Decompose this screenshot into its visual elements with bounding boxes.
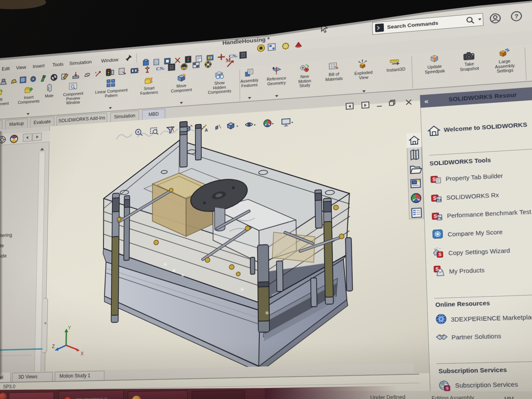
svg-text:Y: Y [68, 325, 71, 331]
svg-text:x: x [95, 71, 96, 74]
svg-text:✳: ✳ [172, 268, 176, 274]
svg-text:X: X [81, 351, 84, 356]
svg-text:✳: ✳ [265, 310, 269, 316]
svg-text:Rx: Rx [436, 198, 441, 202]
svg-text:S: S [446, 386, 449, 390]
svg-text:✳: ✳ [181, 272, 185, 278]
svg-text:Z: Z [52, 344, 55, 349]
svg-text:M: M [226, 57, 231, 63]
svg-text:CNc: CNc [156, 65, 165, 72]
svg-text:S: S [438, 252, 442, 257]
svg-text:?: ? [514, 12, 519, 20]
svg-text:✳: ✳ [240, 286, 245, 293]
svg-text:✳: ✳ [163, 261, 167, 267]
svg-text:Px: Px [437, 216, 442, 220]
